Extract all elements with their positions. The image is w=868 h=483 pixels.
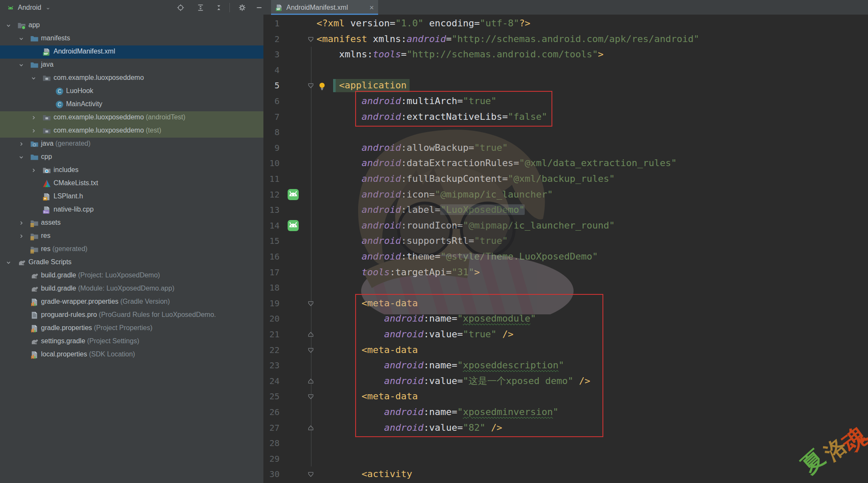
line-number: 22 bbox=[263, 342, 280, 358]
tree-item-qualifier: (Module: LuoXposedDemo.app) bbox=[76, 285, 174, 292]
code-line-30[interactable]: <activity bbox=[317, 466, 412, 482]
line-number: 25 bbox=[263, 389, 280, 404]
fold-down-icon[interactable] bbox=[308, 471, 314, 477]
tree-chevron-right-icon[interactable] bbox=[30, 167, 37, 174]
gradle-icon bbox=[30, 285, 39, 293]
xml-value: "true" bbox=[474, 142, 508, 153]
code-line-16[interactable]: android:theme="@style/Theme.LuoXposedDem… bbox=[317, 249, 598, 265]
tree-chevron-right-icon[interactable] bbox=[18, 233, 25, 240]
line-number: 9 bbox=[263, 140, 280, 156]
tree-item-native-lib-cpp[interactable]: C++native-lib.cpp bbox=[0, 203, 263, 217]
tree-item-label: com.example.luoxposeddemo bbox=[54, 74, 144, 82]
close-icon[interactable]: × bbox=[369, 4, 374, 11]
line-number: 24 bbox=[263, 373, 280, 389]
tree-item-gradle-scripts[interactable]: Gradle Scripts bbox=[0, 256, 263, 269]
tree-item-gradle-wrapper-properties-gradle-version[interactable]: gradle-wrapper.properties (Gradle Versio… bbox=[0, 296, 263, 309]
tree-item-proguard-rules-pro-proguard-rules-for-luoxposeddemo[interactable]: proguard-rules.pro (ProGuard Rules for L… bbox=[0, 309, 263, 322]
tree-item-luohook[interactable]: CLuoHook bbox=[0, 85, 263, 98]
code-line-1[interactable]: <?xml version="1.0" encoding="utf-8"?> bbox=[317, 16, 530, 31]
tree-item-res[interactable]: res bbox=[0, 230, 263, 243]
tree-item-local-properties-sdk-location[interactable]: local.properties (SDK Location) bbox=[0, 348, 263, 362]
tree-item-com-example-luoxposeddemo-test[interactable]: com.example.luoxposeddemo (test) bbox=[0, 124, 263, 138]
project-tree: appmanifestsMFAndroidManifest.xmljavacom… bbox=[0, 0, 263, 483]
launcher-icon-preview[interactable] bbox=[288, 189, 299, 200]
code-line-11[interactable]: android:fullBackupContent="@xml/backup_r… bbox=[317, 171, 615, 187]
tree-chevron-down-icon[interactable] bbox=[18, 62, 25, 68]
tree-item-label: manifests bbox=[41, 34, 70, 42]
tree-item-build-gradle-module-luoxposeddemo-app[interactable]: build.gradle (Module: LuoXposedDemo.app) bbox=[0, 282, 263, 296]
tree-item-java-generated[interactable]: java (generated) bbox=[0, 138, 263, 151]
tree-item-cpp[interactable]: cpp bbox=[0, 151, 263, 164]
tree-item-assets[interactable]: assets bbox=[0, 217, 263, 230]
tree-item-label: AndroidManifest.xml bbox=[54, 48, 115, 55]
tree-item-includes[interactable]: includes bbox=[0, 164, 263, 177]
tree-item-java[interactable]: java bbox=[0, 59, 263, 72]
tree-item-app[interactable]: app bbox=[0, 19, 263, 32]
line-number: 2 bbox=[263, 31, 280, 47]
tree-item-label: java bbox=[41, 61, 54, 68]
tree-chevron-down-icon[interactable] bbox=[5, 22, 12, 29]
fold-down-icon[interactable] bbox=[308, 82, 314, 89]
tree-chevron-right-icon[interactable] bbox=[18, 220, 25, 226]
tree-item-androidmanifest-xml[interactable]: MFAndroidManifest.xml bbox=[0, 45, 263, 59]
fold-up-icon[interactable] bbox=[308, 331, 314, 338]
tree-item-gradle-properties-project-properties[interactable]: gradle.properties (Project Properties) bbox=[0, 322, 263, 335]
xml-tag: ?> bbox=[519, 18, 531, 28]
tab-androidmanifest[interactable]: MF AndroidManifest.xml × bbox=[271, 0, 378, 15]
code-line-2[interactable]: <manifest xmlns:android="http://schemas.… bbox=[317, 31, 699, 47]
tree-item-manifests[interactable]: manifests bbox=[0, 32, 263, 45]
line-number: 1 bbox=[263, 16, 280, 31]
tree-chevron-down-icon[interactable] bbox=[18, 35, 25, 42]
fold-down-icon[interactable] bbox=[308, 300, 314, 307]
launcher-icon-preview[interactable] bbox=[288, 220, 299, 231]
xml-value: "utf-8" bbox=[480, 18, 519, 28]
code-line-14[interactable]: android:roundIcon="@mipmap/ic_launcher_r… bbox=[317, 218, 615, 234]
tree-item-settings-gradle-project-settings[interactable]: settings.gradle (Project Settings) bbox=[0, 335, 263, 348]
code-line-10[interactable]: android:dataExtractionRules="@xml/data_e… bbox=[317, 155, 677, 171]
tree-item-label: build.gradle (Module: LuoXposedDemo.app) bbox=[41, 285, 175, 292]
xml-value-highlighted: "LuoXposedDemo" bbox=[440, 204, 525, 215]
fold-up-icon[interactable] bbox=[308, 425, 314, 431]
tree-item-com-example-luoxposeddemo-androidtest[interactable]: com.example.luoxposeddemo (androidTest) bbox=[0, 111, 263, 124]
tree-item-build-gradle-project-luoxposeddemo[interactable]: build.gradle (Project: LuoXposedDemo) bbox=[0, 269, 263, 282]
xml-namespace: android bbox=[362, 220, 401, 231]
xml-attribute: :dataExtractionRules= bbox=[401, 158, 519, 168]
fold-down-icon[interactable] bbox=[308, 36, 314, 42]
code-line-15[interactable]: android:supportsRtl="true" bbox=[317, 233, 508, 249]
file-text-icon bbox=[30, 311, 39, 319]
code-line-3[interactable]: xmlns:tools="http://schemas.android.com/… bbox=[317, 47, 604, 62]
tree-chevron-down-icon[interactable] bbox=[18, 154, 25, 161]
annotation-box-multiarch bbox=[355, 91, 552, 127]
code-line-12[interactable]: android:icon="@mipmap/ic_launcher" bbox=[317, 187, 553, 203]
tree-item-lsplant-h[interactable]: HLSPlant.h bbox=[0, 190, 263, 203]
fold-down-icon[interactable] bbox=[308, 347, 314, 353]
code-line-9[interactable]: android:allowBackup="true" bbox=[317, 140, 508, 156]
code-line-13[interactable]: android:label="LuoXposedDemo" bbox=[317, 202, 525, 218]
tree-chevron-right-icon[interactable] bbox=[30, 127, 37, 134]
tree-item-label: local.properties (SDK Location) bbox=[41, 350, 135, 358]
tree-chevron-down-icon[interactable] bbox=[5, 259, 12, 266]
tree-chevron-right-icon[interactable] bbox=[18, 141, 25, 147]
line-number: 23 bbox=[263, 358, 280, 373]
tree-item-res-generated[interactable]: res (generated) bbox=[0, 243, 263, 256]
annotation-box-metadata bbox=[355, 294, 603, 437]
tree-item-label: LuoHook bbox=[66, 87, 93, 95]
fold-down-icon[interactable] bbox=[308, 393, 314, 400]
line-number: 4 bbox=[263, 62, 280, 78]
project-tool-window: Android appmanifestsMFAndroidManifest.xm… bbox=[0, 0, 263, 483]
fold-up-icon[interactable] bbox=[308, 378, 314, 384]
xml-attribute: :roundIcon= bbox=[401, 220, 463, 231]
tree-item-mainactivity[interactable]: CMainActivity bbox=[0, 98, 263, 111]
indent bbox=[317, 204, 362, 215]
class-icon: C bbox=[55, 100, 64, 109]
tree-item-com-example-luoxposeddemo[interactable]: com.example.luoxposeddemo bbox=[0, 72, 263, 85]
tree-chevron-down-icon[interactable] bbox=[30, 75, 37, 82]
tab-title: AndroidManifest.xml bbox=[286, 4, 348, 11]
tree-item-label: gradle-wrapper.properties (Gradle Versio… bbox=[41, 298, 170, 305]
tree-item-cmakelists-txt[interactable]: CMakeLists.txt bbox=[0, 177, 263, 190]
xml-namespace: android bbox=[362, 158, 401, 168]
line-number: 10 bbox=[263, 155, 280, 171]
tree-chevron-right-icon[interactable] bbox=[30, 114, 37, 121]
code-line-17[interactable]: tools:targetApi="31"> bbox=[317, 265, 480, 280]
xml-value: "1.0" bbox=[395, 18, 423, 28]
